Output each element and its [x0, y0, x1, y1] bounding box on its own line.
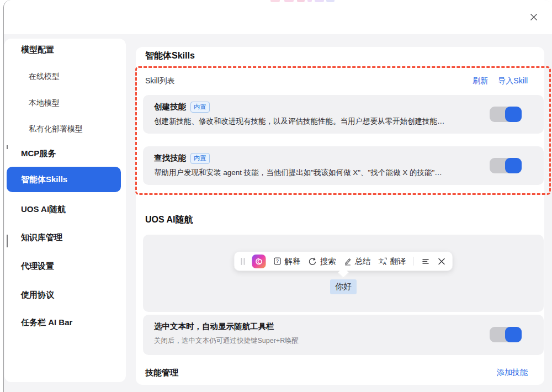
drag-handle-icon[interactable]: [241, 258, 245, 265]
clipped-gradient-text: [315, 0, 324, 2]
builtin-badge: 内置: [190, 153, 210, 164]
skill-description: 创建新技能、修改和改进现有技能，以及评估技能性能。当用户想要从零开始创建技能…: [154, 116, 483, 126]
clipped-gradient-text: [326, 0, 335, 2]
toggle-thumb: [505, 327, 522, 342]
builtin-badge: 内置: [190, 102, 210, 113]
sidebar-item-private-models[interactable]: 私有化部署模型: [29, 122, 83, 135]
translate-button[interactable]: 文A 翻译: [378, 256, 406, 267]
clipped-gradient-text: [270, 0, 280, 2]
search-icon: [308, 257, 317, 266]
auto-show-title: 选中文本时，自动显示随航工具栏: [154, 321, 274, 332]
svg-text:?: ?: [276, 258, 279, 264]
svg-text:A: A: [383, 261, 386, 266]
sidebar-item-knowledge-base[interactable]: 知识库管理: [21, 231, 62, 244]
summarize-button[interactable]: 总结: [343, 256, 371, 267]
search-button[interactable]: 搜索: [308, 256, 336, 267]
close-icon[interactable]: [528, 11, 540, 23]
sidebar-item-online-models[interactable]: 在线模型: [29, 70, 60, 83]
sidebar-item-user-agreement[interactable]: 使用协议: [21, 288, 54, 301]
sidebar-item-proxy-settings[interactable]: 代理设置: [21, 259, 54, 273]
skill-list-header: Skill列表 刷新 导入Skill: [145, 75, 528, 88]
skill-title: 查找技能 内置: [154, 153, 210, 164]
uos-ai-logo-icon[interactable]: [252, 255, 266, 268]
page-title: 智能体Skills: [145, 50, 195, 62]
sidebar-item-uos-ai-companion[interactable]: UOS AI随航: [21, 203, 66, 216]
toolbar-divider: [413, 257, 414, 266]
clipped-gradient-text: [307, 0, 312, 2]
skill-toggle-find[interactable]: [490, 158, 522, 173]
settings-sidebar: 模型配置 在线模型 本地模型 私有化部署模型 MCP服务 智能体Skills U…: [4, 39, 126, 382]
translate-icon: 文A: [378, 257, 388, 266]
hamburger-menu-icon[interactable]: [421, 257, 431, 266]
selected-demo-text: 你好: [330, 279, 357, 294]
skill-title: 创建技能 内置: [154, 102, 210, 113]
sidebar-item-local-models[interactable]: 本地模型: [29, 96, 60, 109]
sidebar-item-taskbar-ai-bar[interactable]: 任务栏 AI Bar: [21, 316, 72, 329]
summarize-pencil-icon: [343, 257, 352, 266]
skill-toggle-create[interactable]: [490, 107, 522, 122]
clipped-gradient-text: [284, 0, 294, 2]
add-skill-link[interactable]: 添加技能: [497, 368, 528, 378]
toggle-thumb: [505, 107, 522, 122]
explain-question-box-icon: ?: [273, 257, 282, 266]
clipped-gradient-text: [297, 0, 305, 2]
dialog-titlebar: [4, 0, 552, 34]
skill-manage-header: 技能管理 添加技能: [145, 366, 528, 379]
explain-button[interactable]: ? 解释: [273, 256, 301, 267]
sidebar-item-agent-skills[interactable]: 智能体Skills: [7, 167, 121, 192]
refresh-link[interactable]: 刷新: [473, 76, 488, 86]
sidebar-item-model-config[interactable]: 模型配置: [21, 43, 54, 56]
skill-description: 帮助用户发现和安装 agent 技能，当他们提出如"我该如何做 X"、"找个能做…: [154, 168, 483, 178]
toolbar-close-icon[interactable]: [438, 257, 446, 266]
sidebar-item-mcp-service[interactable]: MCP服务: [21, 147, 56, 160]
background-window-edge-mark: [7, 235, 8, 247]
skill-list-label: Skill列表: [145, 76, 175, 86]
auto-show-toolbar-card: 选中文本时，自动显示随航工具栏 关闭后，选中文本仍可通过快捷键Super+R唤醒: [143, 315, 544, 355]
companion-preview-card: ? 解释 搜索 总结 文: [143, 235, 544, 312]
auto-show-subtitle: 关闭后，选中文本仍可通过快捷键Super+R唤醒: [154, 336, 299, 346]
skill-card-find: 查找技能 内置 帮助用户发现和安装 agent 技能，当他们提出如"我该如何做 …: [143, 146, 544, 185]
skill-manage-label: 技能管理: [145, 368, 178, 378]
toggle-thumb: [505, 158, 522, 173]
companion-section-title: UOS AI随航: [145, 214, 193, 226]
background-window-edge-mark: [7, 145, 8, 149]
screen: 模型配置 在线模型 本地模型 私有化部署模型 MCP服务 智能体Skills U…: [0, 0, 552, 392]
auto-show-toggle[interactable]: [490, 327, 522, 342]
skill-card-create: 创建技能 内置 创建新技能、修改和改进现有技能，以及评估技能性能。当用户想要从零…: [143, 95, 544, 134]
settings-dialog: 模型配置 在线模型 本地模型 私有化部署模型 MCP服务 智能体Skills U…: [3, 0, 552, 392]
import-skill-link[interactable]: 导入Skill: [498, 76, 528, 86]
